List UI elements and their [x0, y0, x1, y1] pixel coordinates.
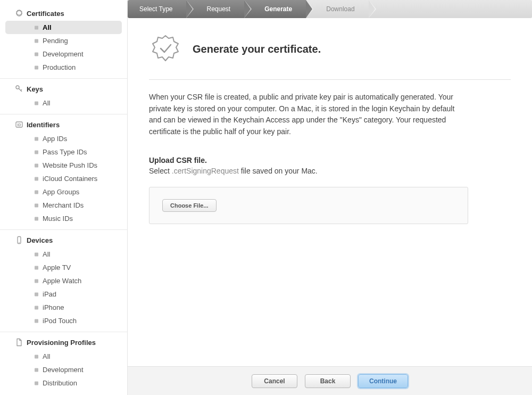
id-icon: ID	[15, 120, 23, 129]
sidebar-item-development[interactable]: Development	[5, 47, 122, 61]
sidebar-item-ipad[interactable]: iPad	[5, 287, 122, 301]
upload-sub-prefix: Select	[149, 167, 172, 175]
sidebar-section-provisioning-profiles: Provisioning ProfilesAllDevelopmentDistr…	[0, 332, 127, 390]
choose-file-button[interactable]: Choose File...	[162, 199, 217, 212]
sidebar-item-app-ids[interactable]: App IDs	[5, 132, 122, 145]
wizard-step-label: Request	[206, 5, 230, 13]
sidebar-header-label: Devices	[27, 236, 53, 244]
upload-box: Choose File...	[149, 187, 468, 224]
back-button[interactable]: Back	[305, 374, 351, 388]
wizard-step-label: Select Type	[139, 5, 172, 13]
sidebar-item-pending[interactable]: Pending	[5, 34, 122, 47]
sidebar-item-production[interactable]: Production	[5, 61, 122, 74]
sidebar-item-iphone[interactable]: iPhone	[5, 301, 122, 314]
upload-subtext: Select .certSigningRequest file saved on…	[149, 167, 511, 175]
sidebar-section-devices: DevicesAllApple TVApple WatchiPadiPhonei…	[0, 229, 127, 327]
wizard-step-label: Generate	[264, 5, 292, 13]
wizard-step-generate[interactable]: Generate	[244, 0, 306, 18]
sidebar-item-label: Apple Watch	[43, 277, 81, 285]
sidebar-item-app-groups[interactable]: App Groups	[5, 185, 122, 199]
app-window: CertificatesAllPendingDevelopmentProduct…	[0, 0, 532, 395]
sidebar-item-distribution[interactable]: Distribution	[5, 376, 122, 390]
sidebar-section-keys: KeysAll	[0, 78, 127, 110]
sidebar-item-label: Distribution	[43, 379, 77, 387]
sidebar-item-all[interactable]: All	[5, 350, 122, 363]
sidebar: CertificatesAllPendingDevelopmentProduct…	[0, 0, 128, 395]
sidebar-header-keys[interactable]: Keys	[0, 81, 127, 96]
continue-button[interactable]: Continue	[358, 374, 408, 388]
wizard-step-download: Download	[306, 0, 368, 18]
sidebar-header-identifiers[interactable]: IDIdentifiers	[0, 117, 127, 132]
sidebar-item-development[interactable]: Development	[5, 363, 122, 376]
sidebar-header-label: Provisioning Profiles	[27, 339, 96, 347]
upload-sub-suffix: file saved on your Mac.	[239, 167, 318, 175]
key-icon	[15, 85, 23, 93]
footer-bar: Cancel Back Continue	[128, 366, 532, 395]
sidebar-item-label: All	[43, 250, 50, 258]
sidebar-item-label: iPod Touch	[43, 317, 77, 325]
sidebar-header-label: Keys	[27, 85, 43, 93]
sidebar-header-label: Certificates	[27, 10, 64, 18]
sidebar-item-label: iPad	[43, 290, 56, 298]
sidebar-item-website-push-ids[interactable]: Website Push IDs	[5, 159, 122, 172]
svg-text:ID: ID	[18, 123, 21, 127]
sidebar-item-label: All	[43, 352, 50, 360]
sidebar-item-all[interactable]: All	[5, 248, 122, 261]
sidebar-item-music-ids[interactable]: Music IDs	[5, 212, 122, 225]
sidebar-item-label: All	[43, 99, 50, 107]
device-icon	[15, 236, 23, 244]
upload-heading: Upload CSR file.	[149, 156, 511, 164]
sidebar-item-label: All	[43, 23, 52, 31]
sidebar-header-provisioning-profiles[interactable]: Provisioning Profiles	[0, 334, 127, 350]
sidebar-section-identifiers: IDIdentifiersApp IDsPass Type IDsWebsite…	[0, 114, 127, 225]
badge-icon	[15, 9, 23, 18]
title-row: Generate your certificate.	[149, 34, 511, 64]
svg-point-7	[19, 242, 20, 243]
sidebar-item-label: Music IDs	[43, 215, 73, 223]
sidebar-item-all[interactable]: All	[5, 21, 122, 34]
wizard-steps: Select TypeRequestGenerateDownload	[128, 0, 532, 18]
doc-icon	[15, 338, 23, 347]
sidebar-item-label: Pending	[43, 37, 68, 45]
sidebar-item-label: Development	[43, 366, 84, 374]
sidebar-item-merchant-ids[interactable]: Merchant IDs	[5, 199, 122, 212]
sidebar-item-apple-watch[interactable]: Apple Watch	[5, 274, 122, 287]
sidebar-item-label: Production	[43, 63, 76, 71]
sidebar-item-ipod-touch[interactable]: iPod Touch	[5, 314, 122, 327]
upload-sub-ext: .certSigningRequest	[172, 167, 239, 175]
sidebar-header-certificates[interactable]: Certificates	[0, 5, 127, 21]
cancel-button[interactable]: Cancel	[252, 374, 297, 388]
sidebar-item-label: Pass Type IDs	[43, 148, 87, 156]
sidebar-item-all[interactable]: All	[5, 96, 122, 110]
sidebar-item-icloud-containers[interactable]: iCloud Containers	[5, 172, 122, 185]
info-paragraph: When your CSR file is created, a public …	[149, 92, 468, 138]
page-title: Generate your certificate.	[193, 43, 321, 55]
wizard-step-request[interactable]: Request	[186, 0, 244, 18]
wizard-step-select-type[interactable]: Select Type	[128, 0, 186, 18]
sidebar-item-label: Development	[43, 50, 84, 58]
sidebar-item-pass-type-ids[interactable]: Pass Type IDs	[5, 145, 122, 159]
sidebar-item-label: Website Push IDs	[43, 161, 97, 169]
wizard-step-label: Download	[326, 5, 354, 13]
main-panel: Select TypeRequestGenerateDownload Gener…	[128, 0, 532, 395]
sidebar-item-label: iCloud Containers	[43, 175, 97, 183]
sidebar-item-label: App IDs	[43, 135, 67, 143]
certificate-seal-icon	[151, 34, 180, 64]
sidebar-item-label: iPhone	[43, 303, 64, 311]
sidebar-item-label: Apple TV	[43, 264, 71, 271]
sidebar-header-label: Identifiers	[27, 121, 60, 129]
svg-line-3	[21, 89, 22, 90]
wizard-step-spacer	[369, 0, 532, 18]
sidebar-item-apple-tv[interactable]: Apple TV	[5, 261, 122, 274]
sidebar-item-label: Merchant IDs	[43, 201, 84, 209]
content-area: Generate your certificate. When your CSR…	[128, 18, 532, 366]
sidebar-section-certificates: CertificatesAllPendingDevelopmentProduct…	[0, 5, 127, 74]
sidebar-header-devices[interactable]: Devices	[0, 232, 127, 248]
svg-marker-8	[153, 36, 178, 61]
sidebar-item-label: App Groups	[43, 188, 79, 196]
divider	[149, 79, 511, 80]
